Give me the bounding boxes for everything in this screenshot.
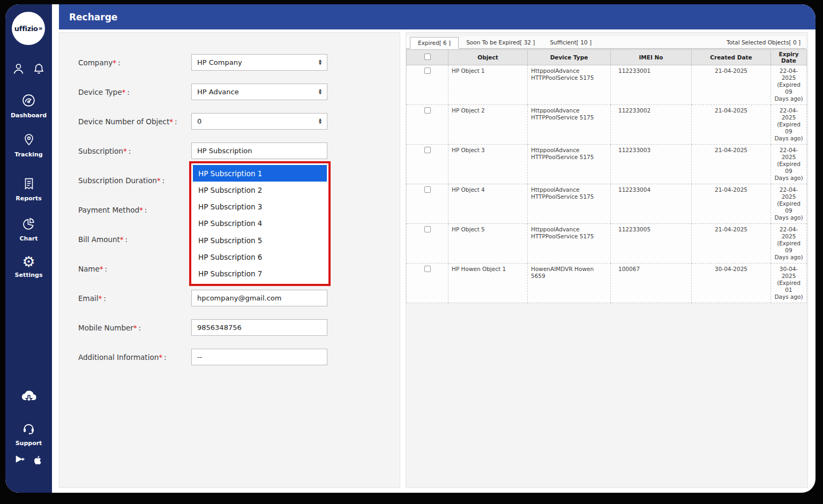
dropdown-option[interactable]: HP Subscription 4 xyxy=(193,215,327,232)
field-label: Bill Amount*: xyxy=(78,235,191,244)
required-mark: * xyxy=(113,58,116,67)
page-title: Recharge xyxy=(69,12,117,22)
logo-arrow-icon: » xyxy=(39,25,42,32)
apple-icon[interactable] xyxy=(32,454,43,468)
tab-soon-to-be-expired[interactable]: Soon To be Expired[ 32 ] xyxy=(459,37,542,49)
column-header: Expiry Date xyxy=(771,50,807,65)
headset-icon xyxy=(21,421,36,437)
sidebar-item-tracking[interactable]: Tracking xyxy=(5,133,52,158)
user-icon[interactable] xyxy=(12,62,25,76)
table-row: HP Object 4 HttppoolAdvanceHTTPPoolServi… xyxy=(407,184,807,224)
expiry-date-cell: 30-04-2025(Expired 01Days ago) xyxy=(771,264,807,303)
created-date-cell: 21-04-2025 xyxy=(692,145,771,184)
created-date-cell: 21-04-2025 xyxy=(692,105,771,145)
app-logo[interactable]: uffizio» xyxy=(12,12,45,45)
google-play-icon[interactable] xyxy=(14,454,26,468)
device-type-cell: HttppoolAdvanceHTTPPoolService 5175 xyxy=(528,224,611,264)
dropdown-option[interactable]: HP Subscription 7 xyxy=(193,266,327,282)
created-date-cell: 21-04-2025 xyxy=(692,224,771,264)
object-cell: HP Howen Object 1 xyxy=(448,264,528,303)
device-number-select[interactable]: 0▲▼ xyxy=(191,113,327,130)
field-label: Additional Information*: xyxy=(78,353,191,362)
row-checkbox[interactable] xyxy=(424,147,431,153)
additional-information-field[interactable] xyxy=(191,349,327,365)
sidebar-item-settings[interactable]: ⚙ Settings xyxy=(5,255,52,279)
device-type-cell: HttppoolAdvanceHTTPPoolService 5175 xyxy=(528,184,611,224)
table-row: HP Object 3 HttppoolAdvanceHTTPPoolServi… xyxy=(407,145,807,184)
tab-sufficient[interactable]: Sufficient[ 10 ] xyxy=(542,37,599,49)
object-cell: HP Object 4 xyxy=(448,184,528,224)
required-mark: * xyxy=(169,117,173,126)
form-row-mobile-number: Mobile Number*: xyxy=(78,319,327,336)
email-field[interactable] xyxy=(191,290,327,306)
dropdown-option[interactable]: HP Subscription 1 xyxy=(193,165,327,182)
imei-cell: 112233004 xyxy=(611,184,692,224)
row-checkbox[interactable] xyxy=(424,107,431,114)
sidebar-item-dashboard[interactable]: Dashboard xyxy=(5,93,52,119)
column-header: Device Type xyxy=(528,50,611,65)
dropdown-option[interactable]: HP Subscription 3 xyxy=(193,199,327,215)
sidebar-item-chart[interactable]: Chart xyxy=(5,216,52,242)
objects-table: Object Device Type IMEI No Created Date … xyxy=(406,49,807,303)
imei-cell: 100067 xyxy=(611,264,692,303)
dropdown-option[interactable]: HP Subscription 5 xyxy=(193,232,327,249)
column-header: Object xyxy=(448,50,528,65)
dashboard-icon xyxy=(21,93,36,109)
form-row-email: Email*: xyxy=(78,290,327,306)
created-date-cell: 21-04-2025 xyxy=(692,184,771,224)
expiry-date-cell: 22-04-2025(Expired 09Days ago) xyxy=(771,224,807,264)
company-select[interactable]: HP Company▲▼ xyxy=(191,54,327,71)
row-checkbox[interactable] xyxy=(424,266,431,272)
created-date-cell: 21-04-2025 xyxy=(692,65,771,105)
row-checkbox[interactable] xyxy=(424,67,431,74)
required-mark: * xyxy=(98,294,102,303)
mobile-number-field[interactable] xyxy=(191,319,327,336)
reports-icon xyxy=(22,177,36,192)
field-label: Subscription*: xyxy=(78,147,191,155)
sidebar-item-support[interactable]: Support xyxy=(5,421,52,447)
device-type-cell: HttppoolAdvanceHTTPPoolService 5175 xyxy=(528,105,611,145)
select-arrows-icon: ▲▼ xyxy=(319,118,321,124)
row-checkbox[interactable] xyxy=(424,226,431,232)
sidebar-quick-icons xyxy=(5,62,52,76)
object-cell: HP Object 1 xyxy=(448,65,528,105)
dropdown-option[interactable]: HP Subscription 2 xyxy=(193,182,327,198)
sidebar-item-reports[interactable]: Reports xyxy=(5,177,52,202)
device-type-cell: HowenAIMDVR Howen 5659 xyxy=(528,264,611,303)
table-row: HP Howen Object 1 HowenAIMDVR Howen 5659… xyxy=(407,264,807,303)
sidebar-item-label: Reports xyxy=(16,195,42,202)
tab-expired[interactable]: Expired[ 6 ] xyxy=(410,37,459,49)
sidebar-item-label: Support xyxy=(16,440,42,447)
subscription-select[interactable]: HP Subscription xyxy=(191,142,327,159)
bell-icon[interactable] xyxy=(32,62,46,76)
field-label: Payment Method*: xyxy=(78,206,191,214)
select-all-header xyxy=(407,50,448,65)
form-row-device-type: Device Type*: HP Advance▲▼ xyxy=(78,84,327,100)
required-mark: * xyxy=(122,88,125,96)
imei-cell: 112233003 xyxy=(611,145,692,184)
table-header-row: Object Device Type IMEI No Created Date … xyxy=(407,50,807,65)
sidebar-item-download[interactable] xyxy=(5,388,52,405)
objects-table-panel: Expired[ 6 ] Soon To be Expired[ 32 ] Su… xyxy=(406,32,808,488)
required-mark: * xyxy=(139,206,143,214)
app-window: uffizio» Dashboard Tracking xyxy=(5,4,815,493)
required-mark: * xyxy=(120,235,124,244)
form-row-additional-information: Additional Information*: xyxy=(78,349,327,365)
row-checkbox[interactable] xyxy=(424,186,431,193)
form-row-subscription: Subscription*: HP Subscription xyxy=(78,142,327,159)
expiry-date-cell: 22-04-2025(Expired 09Days ago) xyxy=(771,65,807,105)
select-all-checkbox[interactable] xyxy=(424,54,431,60)
device-type-select[interactable]: HP Advance▲▼ xyxy=(191,84,327,100)
object-cell: HP Object 5 xyxy=(448,224,528,264)
required-mark: * xyxy=(133,324,137,332)
dropdown-option[interactable]: HP Subscription 6 xyxy=(193,249,327,265)
form-row-company: Company*: HP Company▲▼ xyxy=(78,54,327,71)
expiry-date-cell: 22-04-2025(Expired 09Days ago) xyxy=(771,184,807,224)
sidebar-item-label: Settings xyxy=(15,272,43,279)
imei-cell: 112233002 xyxy=(611,105,692,145)
total-selected-objects: Total Selected Objects[ 0 ] xyxy=(727,39,800,46)
sidebar-item-label: Tracking xyxy=(14,151,42,158)
column-header: Created Date xyxy=(692,50,771,65)
created-date-cell: 30-04-2025 xyxy=(692,264,771,303)
table-row: HP Object 1 HttppoolAdvanceHTTPPoolServi… xyxy=(407,65,807,105)
